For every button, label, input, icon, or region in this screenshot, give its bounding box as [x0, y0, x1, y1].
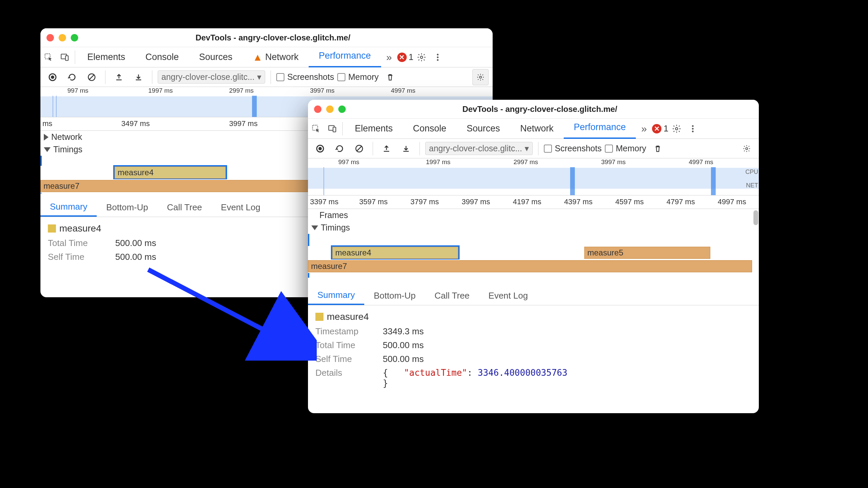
tab-call-tree[interactable]: Call Tree	[158, 198, 212, 217]
capture-settings-gear-icon[interactable]	[739, 141, 755, 157]
summary-timestamp-label: Timestamp	[315, 326, 376, 337]
summary-heading: measure4	[315, 311, 751, 322]
device-toggle-icon[interactable]	[57, 49, 73, 65]
close-window-button[interactable]	[314, 105, 321, 113]
screenshots-toggle[interactable]: Screenshots	[544, 144, 601, 153]
tab-console[interactable]: Console	[135, 47, 189, 67]
ruler-tick: 4597 ms	[615, 197, 644, 206]
timing-bar-measure7[interactable]: measure7	[308, 260, 752, 272]
frames-lane-header[interactable]: Frames	[308, 209, 759, 221]
overview-selection-handle[interactable]	[711, 167, 716, 195]
timing-bar-measure5[interactable]: measure5	[584, 247, 710, 259]
recording-dropdown[interactable]: angry-clover-close.glitc...▾	[158, 70, 265, 84]
summary-pane: measure4 Timestamp 3349.3 ms Total Time …	[308, 305, 759, 395]
upload-profile-icon[interactable]	[111, 69, 127, 85]
memory-toggle[interactable]: Memory	[337, 72, 378, 82]
record-button[interactable]	[44, 69, 61, 85]
overview-minimap[interactable]: 997 ms 1997 ms 2997 ms 3997 ms 4997 ms C…	[308, 158, 759, 195]
tab-sources[interactable]: Sources	[189, 47, 243, 67]
ruler-tick: 4797 ms	[666, 197, 695, 206]
svg-line-24	[148, 270, 303, 350]
svg-rect-2	[65, 56, 68, 60]
overflow-tabs-button[interactable]: »	[636, 121, 652, 137]
ruler-tick: 3797 ms	[410, 197, 439, 206]
kebab-menu-icon[interactable]	[430, 49, 446, 65]
tab-event-log[interactable]: Event Log	[479, 286, 537, 305]
recording-dropdown[interactable]: angry-clover-close.glitc...▾	[425, 142, 533, 155]
download-profile-icon[interactable]	[130, 69, 147, 85]
svg-point-17	[692, 128, 693, 129]
tab-performance[interactable]: Performance	[564, 119, 636, 139]
tab-bottom-up[interactable]: Bottom-Up	[364, 286, 425, 305]
ruler-tick: 3597 ms	[359, 197, 388, 206]
svg-point-23	[746, 148, 748, 150]
ruler-tick: 4997 ms	[718, 197, 746, 206]
ruler-tick: 4397 ms	[564, 197, 592, 206]
window-title: DevTools - angry-clover-close.glitch.me/	[83, 33, 463, 42]
zoom-window-button[interactable]	[338, 105, 346, 113]
screenshots-toggle[interactable]: Screenshots	[276, 72, 334, 82]
timing-bar-measure4[interactable]: measure4	[115, 166, 226, 179]
separator	[105, 70, 105, 84]
svg-point-4	[437, 54, 438, 55]
tab-elements[interactable]: Elements	[77, 47, 135, 67]
performance-toolbar: angry-clover-close.glitc...▾ Screenshots…	[308, 139, 759, 158]
overview-tick: 997 ms	[67, 87, 88, 94]
overview-tick: 1997 ms	[148, 87, 173, 94]
reload-record-icon[interactable]	[64, 69, 80, 85]
tab-network[interactable]: ▲ Network	[243, 47, 309, 67]
details-tabs: Summary Bottom-Up Call Tree Event Log	[308, 286, 759, 305]
kebab-menu-icon[interactable]	[685, 121, 701, 137]
gc-button[interactable]	[382, 69, 398, 85]
ruler-tick: 3997 ms	[229, 119, 257, 128]
ruler-tick: 4197 ms	[513, 197, 541, 206]
tab-console[interactable]: Console	[403, 119, 457, 139]
clear-button[interactable]	[351, 141, 367, 157]
errors-indicator[interactable]: ✕ 1	[652, 123, 668, 134]
minimize-window-button[interactable]	[326, 105, 334, 113]
gc-button[interactable]	[650, 141, 666, 157]
tab-bottom-up[interactable]: Bottom-Up	[97, 198, 157, 217]
inspect-element-icon[interactable]	[40, 49, 57, 65]
record-button[interactable]	[312, 141, 328, 157]
tab-call-tree[interactable]: Call Tree	[425, 286, 479, 305]
tab-sources[interactable]: Sources	[457, 119, 510, 139]
errors-count: 1	[409, 52, 413, 62]
performance-toolbar: angry-clover-close.glitc...▾ Screenshots…	[40, 67, 493, 87]
overview-selection-handle[interactable]	[570, 167, 575, 195]
zoom-window-button[interactable]	[71, 34, 78, 41]
overview-selection-handle[interactable]	[252, 96, 257, 117]
overflow-tabs-button[interactable]: »	[381, 49, 397, 65]
scrollbar-thumb[interactable]	[753, 210, 758, 225]
settings-gear-icon[interactable]	[669, 121, 685, 137]
upload-profile-icon[interactable]	[378, 141, 395, 157]
tab-performance[interactable]: Performance	[309, 47, 381, 67]
checkbox-icon	[276, 73, 284, 81]
time-ruler[interactable]: 3397 ms 3597 ms 3797 ms 3997 ms 4197 ms …	[308, 195, 759, 209]
reload-record-icon[interactable]	[332, 141, 348, 157]
ruler-tick: 3497 ms	[121, 119, 150, 128]
ruler-tick: 3997 ms	[462, 197, 490, 206]
tab-event-log[interactable]: Event Log	[212, 198, 270, 217]
overview-tick: 3997 ms	[310, 87, 335, 94]
capture-settings-gear-icon[interactable]	[472, 69, 489, 85]
tab-elements[interactable]: Elements	[345, 119, 403, 139]
clear-button[interactable]	[84, 69, 100, 85]
checkbox-icon	[544, 145, 552, 153]
inspect-element-icon[interactable]	[308, 121, 324, 137]
timings-lane-header[interactable]: Timings	[308, 221, 759, 234]
tab-summary[interactable]: Summary	[40, 198, 97, 217]
settings-gear-icon[interactable]	[413, 49, 430, 65]
svg-point-20	[318, 147, 322, 150]
memory-toggle[interactable]: Memory	[605, 144, 646, 153]
color-swatch	[48, 224, 56, 233]
tab-network[interactable]: Network	[510, 119, 564, 139]
timing-bar-measure4[interactable]: measure4	[332, 247, 458, 259]
minimize-window-button[interactable]	[59, 34, 66, 41]
errors-indicator[interactable]: ✕ 1	[397, 52, 413, 62]
download-profile-icon[interactable]	[398, 141, 414, 157]
overview-marker	[56, 96, 57, 117]
annotation-arrow	[145, 266, 317, 361]
close-window-button[interactable]	[46, 34, 54, 41]
device-toggle-icon[interactable]	[324, 121, 340, 137]
